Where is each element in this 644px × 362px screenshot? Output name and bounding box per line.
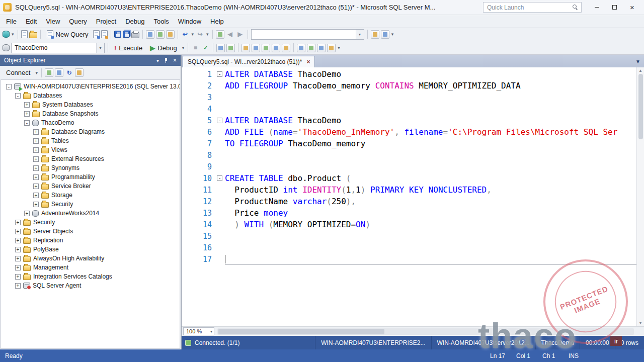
code-line-6[interactable]: 6ADD FILE (name='ThacoDemo_InMemory', fi…: [182, 126, 636, 138]
uncomment-icon[interactable]: [307, 44, 315, 52]
tree-item-alwayson-high-availability[interactable]: +AlwaysOn High Availability: [1, 254, 180, 263]
vertical-scrollbar[interactable]: ▲ ▼: [636, 67, 644, 326]
menu-project[interactable]: Project: [92, 16, 121, 27]
include-live-statistics-icon[interactable]: [252, 44, 260, 52]
tree-item-storage[interactable]: +Storage: [1, 191, 180, 200]
code-line-15[interactable]: 15: [182, 230, 636, 242]
print-icon[interactable]: [131, 32, 139, 38]
results-to-file-icon[interactable]: [282, 44, 290, 52]
expand-icon[interactable]: +: [24, 211, 30, 216]
debug-caret-icon[interactable]: ▾: [182, 45, 185, 50]
cut-icon[interactable]: [146, 30, 154, 39]
close-button[interactable]: ×: [623, 2, 641, 14]
tree-item-service-broker[interactable]: +Service Broker: [1, 182, 180, 191]
code-line-9[interactable]: 9: [182, 161, 636, 172]
chevron-down-icon[interactable]: ▾: [356, 30, 364, 39]
tree-item-database-diagrams[interactable]: +Database Diagrams: [1, 127, 180, 136]
toolbar-options-caret-icon[interactable]: ▾: [391, 32, 394, 37]
include-actual-plan-icon[interactable]: [242, 44, 250, 52]
code-line-2[interactable]: 2ADD FILEGROUP ThacoDemo_memory CONTAINS…: [182, 80, 636, 92]
expand-icon[interactable]: +: [33, 156, 39, 162]
connection-caret-icon[interactable]: ▾: [11, 32, 15, 37]
menu-query[interactable]: Query: [64, 16, 91, 27]
parse-icon[interactable]: ✓: [201, 44, 210, 52]
analysis-services-query-icon[interactable]: [101, 30, 108, 38]
expand-icon[interactable]: +: [33, 184, 39, 189]
available-databases-combo[interactable]: ThacoDemo▾: [11, 43, 105, 53]
fold-collapse-icon[interactable]: -: [217, 118, 225, 123]
menu-edit[interactable]: Edit: [21, 16, 41, 27]
tree-item-tables[interactable]: +Tables: [1, 136, 180, 145]
new-query-button[interactable]: New Query: [44, 29, 92, 39]
tree-item-integration-services-catalogs[interactable]: +Integration Services Catalogs: [1, 272, 180, 281]
cancel-query-icon[interactable]: ■: [191, 44, 200, 52]
expand-icon[interactable]: +: [15, 283, 21, 289]
vertical-scroll-thumb[interactable]: [638, 74, 643, 139]
tree-item-views[interactable]: +Views: [1, 145, 180, 154]
redo-icon[interactable]: ↪: [196, 30, 204, 39]
toolbar-search-combo[interactable]: ▾: [251, 29, 364, 40]
tree-item-external-resources[interactable]: +External Resources: [1, 154, 180, 163]
query-options-icon[interactable]: [216, 44, 225, 52]
filter-icon[interactable]: [75, 68, 84, 77]
collapse-icon[interactable]: -: [15, 93, 21, 99]
disconnect-icon[interactable]: [45, 68, 53, 77]
code-line-11[interactable]: 11 ProductID int IDENTITY(1,1) PRIMARY K…: [182, 184, 636, 196]
expand-icon[interactable]: +: [15, 256, 21, 261]
tab-list-caret-icon[interactable]: ▼: [634, 59, 642, 64]
expand-icon[interactable]: +: [15, 274, 21, 280]
tree-item-server-objects[interactable]: +Server Objects: [1, 227, 180, 236]
tree-item-databases[interactable]: -Databases: [1, 91, 180, 100]
collapse-region-icon[interactable]: -: [217, 175, 222, 181]
database-engine-query-icon[interactable]: [93, 30, 100, 38]
chevron-down-icon[interactable]: ▾: [96, 43, 104, 53]
code-line-12[interactable]: 12 ProductName varchar(250),: [182, 196, 636, 207]
code-line-13[interactable]: 13 Price money: [182, 207, 636, 219]
maximize-button[interactable]: [606, 2, 623, 14]
expand-icon[interactable]: +: [33, 138, 39, 144]
tree-item-thacodemo[interactable]: -ThacoDemo: [1, 118, 180, 127]
object-explorer-header[interactable]: Object Explorer ▾ ×: [0, 55, 181, 66]
results-to-text-icon[interactable]: [262, 44, 270, 52]
tree-item-sql-server-agent[interactable]: +SQL Server Agent: [1, 281, 180, 290]
collapse-icon[interactable]: -: [24, 120, 30, 126]
expand-icon[interactable]: +: [24, 102, 30, 108]
scroll-up-icon[interactable]: ▲: [638, 68, 642, 73]
menu-window[interactable]: Window: [174, 16, 206, 27]
execute-button[interactable]: !Execute: [111, 43, 145, 53]
tree-item-adventureworks2014[interactable]: +AdventureWorks2014: [1, 209, 180, 218]
expand-icon[interactable]: +: [33, 129, 39, 135]
activity-monitor-icon[interactable]: [216, 30, 224, 39]
collapse-icon[interactable]: -: [6, 84, 12, 89]
collapse-region-icon[interactable]: -: [217, 118, 222, 123]
save-icon[interactable]: [114, 31, 121, 38]
tree-item-system-databases[interactable]: +System Databases: [1, 100, 180, 109]
close-panel-icon[interactable]: ×: [173, 57, 177, 64]
code-lines[interactable]: 1-ALTER DATABASE ThacoDemo2ADD FILEGROUP…: [182, 67, 636, 326]
tree-item-polybase[interactable]: +PolyBase: [1, 245, 180, 254]
redo-caret-icon[interactable]: ▾: [206, 32, 209, 37]
tab-sqlquery5[interactable]: SQLQuery5.sql - WI...rver2012thaco (51))…: [183, 56, 315, 67]
undo-caret-icon[interactable]: ▾: [191, 32, 195, 37]
zoom-caret-icon[interactable]: ▾: [210, 329, 214, 334]
minimize-button[interactable]: [588, 2, 606, 14]
outdent-icon[interactable]: [327, 44, 336, 52]
horizontal-scroll-thumb[interactable]: [218, 329, 384, 334]
expand-icon[interactable]: +: [15, 220, 21, 225]
connection-icon[interactable]: [3, 31, 10, 38]
paste-icon[interactable]: [166, 30, 175, 39]
tree-item-security[interactable]: +Security: [1, 218, 180, 227]
navigate-forward-icon[interactable]: ▶: [236, 30, 245, 39]
expand-icon[interactable]: +: [24, 111, 30, 117]
code-line-14[interactable]: 14 ) WITH (MEMORY_OPTIMIZED=ON): [182, 219, 636, 230]
open-file-icon[interactable]: [29, 32, 37, 38]
menu-debug[interactable]: Debug: [121, 16, 149, 27]
code-line-4[interactable]: 4: [182, 103, 636, 115]
menu-tools[interactable]: Tools: [149, 16, 174, 27]
current-database-icon[interactable]: [3, 44, 10, 51]
debug-button[interactable]: ▶Debug: [147, 43, 180, 53]
code-line-3[interactable]: 3: [182, 92, 636, 103]
expand-icon[interactable]: +: [15, 229, 21, 234]
fold-collapse-icon[interactable]: -: [217, 71, 225, 77]
code-line-16[interactable]: 16: [182, 242, 636, 253]
